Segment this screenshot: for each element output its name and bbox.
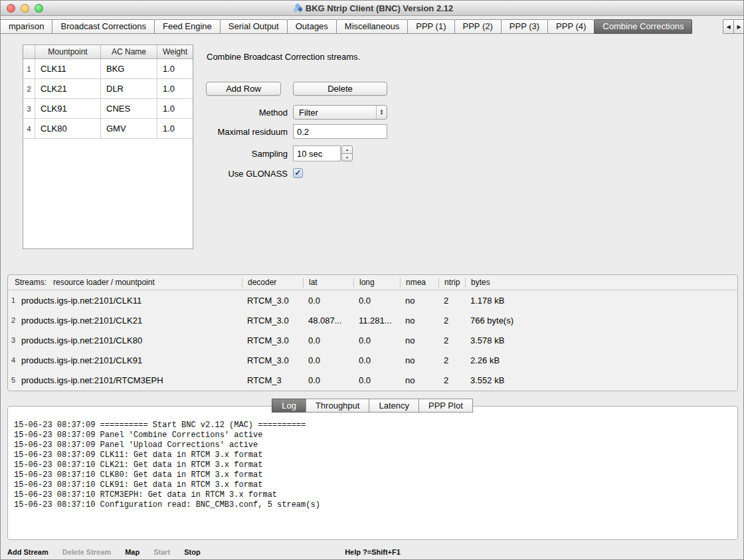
tab-comparison[interactable]: mparison xyxy=(1,19,52,34)
cell-decoder: RTCM_3.0 xyxy=(242,296,303,306)
use-glonass-label: Use GLONASS xyxy=(206,169,288,179)
statusbar: Add Stream Delete Stream Map Start Stop … xyxy=(1,545,744,560)
tab-outages[interactable]: Outages xyxy=(287,19,337,34)
column-header-weight: Weight xyxy=(157,45,193,58)
tab-latency[interactable]: Latency xyxy=(369,399,419,413)
cell-weight[interactable]: 1.0 xyxy=(157,79,193,98)
tab-log[interactable]: Log xyxy=(272,399,306,413)
app-icon xyxy=(292,3,302,13)
cell-long: 0.0 xyxy=(353,335,400,345)
cell-bytes: 3.552 kB xyxy=(465,375,737,385)
row-number: 3 xyxy=(23,99,35,118)
cell-mountpoint[interactable]: CLK11 xyxy=(35,59,101,78)
cell-stream-mountpoint: products.igs-ip.net:2101/CLK80 xyxy=(19,335,242,345)
table-row[interactable]: 3 CLK91 CNES 1.0 xyxy=(23,99,193,119)
tab-ppp-1[interactable]: PPP (1) xyxy=(407,19,454,34)
cell-bytes: 766 byte(s) xyxy=(465,316,737,326)
cell-long: 0.0 xyxy=(353,355,400,365)
cell-ac-name[interactable]: BKG xyxy=(101,59,157,78)
cell-bytes: 1.178 kB xyxy=(465,296,737,306)
tab-ppp-2[interactable]: PPP (2) xyxy=(454,19,502,34)
maximal-residuum-input[interactable] xyxy=(293,124,387,139)
log-line: 15-06-23 08:37:09 ========== Start BNC v… xyxy=(14,420,732,430)
cell-ntrip: 2 xyxy=(438,355,465,365)
cell-bytes: 2.26 kB xyxy=(465,355,737,365)
scroll-left-icon: ◀ xyxy=(726,24,730,30)
spinner-up-button[interactable]: ▲ xyxy=(341,145,353,154)
spinner-down-button[interactable]: ▼ xyxy=(341,153,353,162)
cell-ac-name[interactable]: GMV xyxy=(101,119,157,138)
tab-combine-corrections[interactable]: Combine Corrections xyxy=(594,19,692,34)
sampling-input[interactable] xyxy=(293,145,341,161)
row-number: 2 xyxy=(8,316,19,324)
cell-long: 11.281... xyxy=(353,316,400,326)
cell-mountpoint[interactable]: CLK80 xyxy=(35,119,101,138)
cell-stream-mountpoint: products.igs-ip.net:2101/CLK21 xyxy=(19,316,242,326)
tab-feed-engine[interactable]: Feed Engine xyxy=(154,19,221,34)
cell-lat: 0.0 xyxy=(303,355,353,365)
stream-row[interactable]: 4 products.igs-ip.net:2101/CLK91 RTCM_3.… xyxy=(8,350,737,370)
tab-throughput[interactable]: Throughput xyxy=(306,399,370,413)
cell-ntrip: 2 xyxy=(438,375,465,385)
main-tabbar: mparison Broadcast Corrections Feed Engi… xyxy=(1,19,744,34)
cell-stream-mountpoint: products.igs-ip.net:2101/RTCM3EPH xyxy=(19,375,242,385)
log-panel: 15-06-23 08:37:09 ========== Start BNC v… xyxy=(7,406,738,540)
stream-row[interactable]: 1 products.igs-ip.net:2101/CLK11 RTCM_3.… xyxy=(8,290,737,310)
log-line: 15-06-23 08:37:09 Panel 'Combine Correct… xyxy=(14,430,732,440)
cell-ntrip: 2 xyxy=(438,335,465,345)
cell-stream-mountpoint: products.igs-ip.net:2101/CLK11 xyxy=(19,296,242,306)
cell-weight[interactable]: 1.0 xyxy=(157,99,193,118)
row-number: 1 xyxy=(23,59,35,78)
tab-serial-output[interactable]: Serial Output xyxy=(220,19,288,34)
delete-button[interactable]: Delete xyxy=(293,82,387,96)
combination-table-header: Mountpoint AC Name Weight xyxy=(23,45,193,59)
tab-scroll-buttons: ◀ ▶ xyxy=(723,19,744,34)
use-glonass-checkbox[interactable]: ✓ xyxy=(293,168,303,178)
cell-weight[interactable]: 1.0 xyxy=(157,59,193,78)
tab-broadcast-corrections[interactable]: Broadcast Corrections xyxy=(52,19,155,34)
cell-lat: 0.0 xyxy=(303,335,353,345)
row-number: 5 xyxy=(8,376,19,384)
stream-row[interactable]: 2 products.igs-ip.net:2101/CLK21 RTCM_3.… xyxy=(8,310,737,330)
cell-mountpoint[interactable]: CLK21 xyxy=(35,79,101,98)
stream-row[interactable]: 3 products.igs-ip.net:2101/CLK80 RTCM_3.… xyxy=(8,330,737,350)
window-title-wrap: BKG Ntrip Client (BNC) Version 2.12 xyxy=(1,3,744,13)
table-row[interactable]: 4 CLK80 GMV 1.0 xyxy=(23,119,193,139)
cell-mountpoint[interactable]: CLK91 xyxy=(35,99,101,118)
stream-row[interactable]: 5 products.igs-ip.net:2101/RTCM3EPH RTCM… xyxy=(8,370,737,390)
method-select[interactable]: Filter ▲ ▼ xyxy=(293,105,387,120)
column-header-nmea: nmea xyxy=(400,278,438,288)
tab-scroll-right-button[interactable]: ▶ xyxy=(733,19,744,34)
cell-nmea: no xyxy=(400,355,438,365)
cell-stream-mountpoint: products.igs-ip.net:2101/CLK91 xyxy=(19,355,242,365)
corner-header-cell xyxy=(23,45,35,58)
tab-ppp-3[interactable]: PPP (3) xyxy=(501,19,548,34)
add-row-button[interactable]: Add Row xyxy=(206,82,281,96)
cell-decoder: RTCM_3.0 xyxy=(242,316,303,326)
tab-ppp-4[interactable]: PPP (4) xyxy=(547,19,595,34)
cell-weight[interactable]: 1.0 xyxy=(157,119,193,138)
help-hint: Help ?=Shift+F1 xyxy=(1,548,744,556)
cell-nmea: no xyxy=(400,316,438,326)
tab-scroll-left-button[interactable]: ◀ xyxy=(723,19,734,34)
method-label: Method xyxy=(206,108,288,118)
log-line: 15-06-23 08:37:10 CLK21: Get data in RTC… xyxy=(14,460,732,470)
tab-miscellaneous[interactable]: Miscellaneous xyxy=(336,19,408,34)
panel-description: Combine Broadcast Correction streams. xyxy=(207,52,360,62)
tab-ppp-plot[interactable]: PPP Plot xyxy=(418,399,473,413)
column-header-decoder: decoder xyxy=(242,278,303,288)
cell-ac-name[interactable]: CNES xyxy=(101,99,157,118)
streams-header: Streams: resource loader / mountpoint de… xyxy=(8,275,737,290)
column-header-bytes: bytes xyxy=(465,278,737,288)
row-number: 2 xyxy=(23,79,35,98)
cell-bytes: 3.578 kB xyxy=(465,335,737,345)
table-row[interactable]: 1 CLK11 BKG 1.0 xyxy=(23,59,193,79)
log-line: 15-06-23 08:37:10 RTCM3EPH: Get data in … xyxy=(14,490,732,500)
row-number: 4 xyxy=(8,356,19,364)
table-row[interactable]: 2 CLK21 DLR 1.0 xyxy=(23,79,193,99)
log-line: 15-06-23 08:37:09 CLK11: Get data in RTC… xyxy=(14,450,732,460)
log-line: 15-06-23 08:37:10 CLK80: Get data in RTC… xyxy=(14,470,732,480)
column-header-lat: lat xyxy=(303,278,353,288)
cell-ac-name[interactable]: DLR xyxy=(101,79,157,98)
log-line: 15-06-23 08:37:10 Configuration read: BN… xyxy=(14,500,732,510)
